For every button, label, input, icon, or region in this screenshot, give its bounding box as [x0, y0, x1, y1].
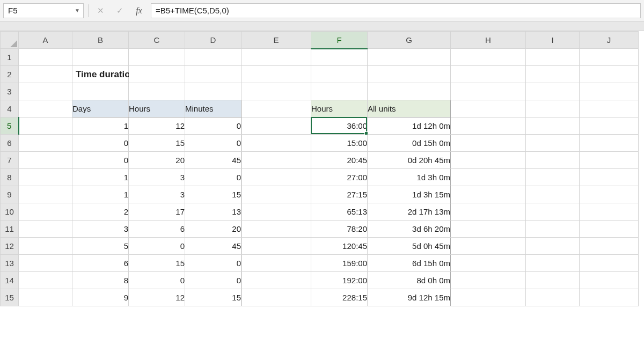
row-header-2[interactable]: 2 [1, 66, 19, 83]
cell-I6[interactable] [526, 135, 580, 152]
table1-cell[interactable]: 1 [72, 169, 129, 186]
cell-J4[interactable] [580, 100, 639, 117]
table1-cell[interactable]: 6 [129, 221, 185, 238]
cell-A6[interactable] [19, 135, 72, 152]
table2-cell[interactable]: 3d 6h 20m [368, 221, 451, 238]
table1-cell[interactable]: 12 [129, 289, 185, 306]
chevron-down-icon[interactable]: ▼ [75, 8, 80, 13]
formula-input[interactable]: =B5+TIME(C5,D5,0) [151, 3, 641, 18]
cell-B2[interactable]: Time duration with days [72, 66, 129, 83]
column-header-G[interactable]: G [368, 32, 451, 49]
table2-cell[interactable]: 0d 15h 0m [368, 135, 451, 152]
cell-A2[interactable] [19, 66, 72, 83]
cell-J14[interactable] [580, 272, 639, 289]
cell-E11[interactable] [241, 221, 311, 238]
cell-J8[interactable] [580, 169, 639, 186]
row-header-8[interactable]: 8 [1, 169, 19, 186]
row-header-13[interactable]: 13 [1, 255, 19, 272]
table1-cell[interactable]: 5 [72, 238, 129, 255]
table1-cell[interactable]: 15 [185, 289, 241, 306]
cell-H15[interactable] [451, 289, 526, 306]
worksheet[interactable]: ABCDEFGHIJ12Time duration with days34Day… [0, 31, 644, 306]
table2-cell[interactable]: 120:45 [311, 238, 368, 255]
row-header-5[interactable]: 5 [1, 117, 19, 135]
table1-cell[interactable]: 0 [185, 117, 241, 135]
cell-E9[interactable] [241, 186, 311, 203]
cell-G3[interactable] [368, 83, 451, 100]
table1-cell[interactable]: 45 [185, 152, 241, 169]
cell-A1[interactable] [19, 49, 72, 66]
row-header-10[interactable]: 10 [1, 203, 19, 221]
table1-cell[interactable]: 20 [129, 152, 185, 169]
column-header-H[interactable]: H [451, 32, 526, 49]
table1-cell[interactable]: 0 [129, 238, 185, 255]
column-header-D[interactable]: D [185, 32, 241, 49]
column-header-E[interactable]: E [241, 32, 311, 49]
table2-cell[interactable]: 159:00 [311, 255, 368, 272]
table1-cell[interactable]: 0 [185, 135, 241, 152]
select-all-corner[interactable] [1, 32, 19, 49]
column-header-J[interactable]: J [580, 32, 639, 49]
table1-cell[interactable]: 0 [185, 169, 241, 186]
cell-A14[interactable] [19, 272, 72, 289]
cell-I10[interactable] [526, 203, 580, 221]
cell-J1[interactable] [580, 49, 639, 66]
cell-H9[interactable] [451, 186, 526, 203]
cell-I9[interactable] [526, 186, 580, 203]
table1-cell[interactable]: 0 [129, 272, 185, 289]
cell-F1[interactable] [311, 49, 368, 66]
table1-cell[interactable]: 6 [72, 255, 129, 272]
cell-H11[interactable] [451, 221, 526, 238]
cell-I15[interactable] [526, 289, 580, 306]
cell-A15[interactable] [19, 289, 72, 306]
name-box[interactable]: F5 ▼ [3, 3, 84, 18]
table1-cell[interactable]: 0 [72, 135, 129, 152]
cell-I1[interactable] [526, 49, 580, 66]
cell-I4[interactable] [526, 100, 580, 117]
column-header-F[interactable]: F [311, 32, 368, 49]
cell-H3[interactable] [451, 83, 526, 100]
cell-E12[interactable] [241, 238, 311, 255]
table1-cell[interactable]: 13 [185, 203, 241, 221]
table1-cell[interactable]: 15 [129, 255, 185, 272]
cell-I2[interactable] [526, 66, 580, 83]
cell-C1[interactable] [129, 49, 185, 66]
row-header-12[interactable]: 12 [1, 238, 19, 255]
cell-I11[interactable] [526, 221, 580, 238]
cell-I3[interactable] [526, 83, 580, 100]
table1-header-minutes[interactable]: Minutes [185, 100, 241, 117]
cell-B1[interactable] [72, 49, 129, 66]
cell-E3[interactable] [241, 83, 311, 100]
cell-A3[interactable] [19, 83, 72, 100]
cell-J7[interactable] [580, 152, 639, 169]
table1-cell[interactable]: 2 [72, 203, 129, 221]
row-header-3[interactable]: 3 [1, 83, 19, 100]
cell-I7[interactable] [526, 152, 580, 169]
row-header-6[interactable]: 6 [1, 135, 19, 152]
cell-J15[interactable] [580, 289, 639, 306]
cell-H8[interactable] [451, 169, 526, 186]
cell-F2[interactable] [311, 66, 368, 83]
table2-header-hours[interactable]: Hours [311, 100, 368, 117]
cell-F3[interactable] [311, 83, 368, 100]
row-header-7[interactable]: 7 [1, 152, 19, 169]
cell-A11[interactable] [19, 221, 72, 238]
cell-E2[interactable] [241, 66, 311, 83]
table2-cell[interactable]: 15:00 [311, 135, 368, 152]
cell-A10[interactable] [19, 203, 72, 221]
cell-J3[interactable] [580, 83, 639, 100]
row-header-14[interactable]: 14 [1, 272, 19, 289]
table1-cell[interactable]: 15 [185, 186, 241, 203]
column-header-I[interactable]: I [526, 32, 580, 49]
table2-cell[interactable]: 9d 12h 15m [368, 289, 451, 306]
cell-E4[interactable] [241, 100, 311, 117]
cell-E10[interactable] [241, 203, 311, 221]
table1-cell[interactable]: 1 [72, 117, 129, 135]
row-header-15[interactable]: 15 [1, 289, 19, 306]
cell-D1[interactable] [185, 49, 241, 66]
cell-J13[interactable] [580, 255, 639, 272]
enter-formula-button[interactable]: ✓ [112, 3, 127, 18]
cell-J5[interactable] [580, 117, 639, 135]
insert-function-button[interactable]: fx [131, 3, 147, 18]
table1-cell[interactable]: 20 [185, 221, 241, 238]
